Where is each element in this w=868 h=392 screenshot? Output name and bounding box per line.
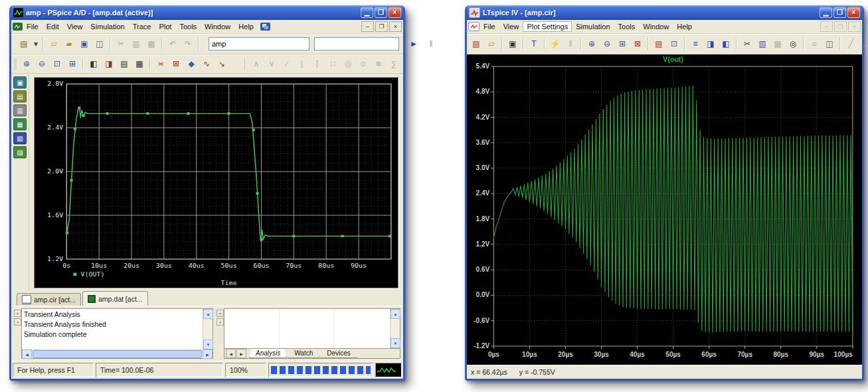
simulation-profile-combobox[interactable] — [209, 37, 309, 50]
open-icon[interactable]: ▱ — [484, 37, 499, 50]
zoom-back-icon[interactable]: ⊠ — [630, 37, 645, 50]
tab-amp-cir[interactable]: amp.cir [act... — [17, 293, 81, 306]
autorange-y-icon[interactable]: ⊡ — [667, 37, 681, 50]
run-icon[interactable]: ⚡ — [548, 37, 563, 50]
pspice-plot[interactable]: 1.2V1.6V2.0V2.4V2.8V0s10us20us30us40us50… — [35, 78, 398, 288]
vertical-scrollbar[interactable]: ▲ ▼ — [390, 309, 400, 348]
pane-expand-icon[interactable]: ▪ — [14, 318, 21, 326]
mdi-minimize-button[interactable]: – — [361, 21, 374, 32]
pane-close-icon[interactable]: × — [217, 310, 224, 317]
sine-marker-icon[interactable]: ∿ — [199, 57, 214, 70]
pspice-menu-simulation[interactable]: Simulation — [86, 21, 128, 32]
scroll-right-icon[interactable]: ▶ — [203, 349, 213, 359]
pspice-menu-edit[interactable]: Edit — [43, 21, 63, 32]
watch-tab-analysis[interactable]: Analysis — [249, 349, 287, 358]
simulation-argument-combobox[interactable] — [314, 37, 399, 50]
find-icon[interactable]: ◎ — [786, 37, 800, 50]
scroll-down-icon[interactable]: ▼ — [203, 340, 213, 349]
zoom-out-icon[interactable]: ⊖ — [600, 37, 614, 50]
view-output-file-icon[interactable]: ▥ — [13, 104, 27, 116]
watch-tab-devices[interactable]: Devices — [320, 349, 357, 358]
pspice-menu-help[interactable]: Help — [234, 21, 258, 32]
minimize-button[interactable]: ▁ — [361, 7, 373, 18]
scroll-down-icon[interactable]: ▼ — [391, 338, 400, 348]
pspice-titlebar[interactable]: amp - PSpice A/D - [amp.dat (active)] ▁ … — [11, 5, 403, 20]
zoom-fit-icon[interactable]: ⊞ — [65, 57, 80, 70]
add-plot-icon[interactable]: ▤ — [117, 57, 131, 70]
mdi-restore-button[interactable]: ❐ — [834, 21, 847, 32]
save-icon[interactable]: ▣ — [505, 37, 520, 50]
run-icon[interactable]: ► — [406, 37, 421, 50]
x-axis-settings-icon[interactable]: ⊠ — [169, 57, 183, 70]
pspice-menu-view[interactable]: View — [63, 21, 87, 32]
ltspice-menu-help[interactable]: Help — [673, 21, 696, 32]
ltspice-menu-plot-settings[interactable]: Plot Settings — [523, 21, 572, 32]
open-append-icon[interactable]: ▰ — [62, 37, 76, 50]
close-button[interactable]: × — [389, 7, 401, 18]
spice-netlist-icon[interactable]: ▤ — [651, 37, 666, 50]
ltspice-titlebar[interactable]: LTspice IV - [amp.cir] ▁ ❐ × — [467, 5, 862, 20]
scroll-up-icon[interactable]: ▲ — [391, 309, 400, 319]
pspice-menu-tools[interactable]: Tools — [175, 21, 201, 32]
watch-window-icon[interactable]: ▧ — [13, 132, 27, 144]
tab-amp-dat[interactable]: amp.dat [act... — [82, 291, 148, 306]
scrollbar-thumb[interactable] — [33, 350, 202, 358]
close-button[interactable]: × — [847, 7, 860, 18]
add-y-axis-icon[interactable]: ◨ — [102, 57, 116, 70]
zoom-in-icon[interactable]: ⊕ — [584, 37, 599, 50]
pspice-menu-trace[interactable]: Trace — [129, 21, 155, 32]
maximize-button[interactable]: ❐ — [833, 7, 846, 18]
simulation-manager-icon[interactable]: ▣ — [13, 76, 27, 88]
plot-settings-icon[interactable]: ≡ — [688, 37, 703, 50]
open-icon[interactable]: ▱ — [46, 37, 61, 50]
zoom-area-icon[interactable]: ⊡ — [50, 57, 64, 70]
view-netlist-icon[interactable]: ▤ — [13, 90, 27, 102]
cursor-arrow-icon[interactable]: ↘ — [215, 57, 229, 70]
ltspice-plot[interactable]: V(out)0µs10µs20µs30µs40µs50µs60µs70µs80µ… — [467, 54, 862, 365]
ltspice-menu-window[interactable]: Window — [639, 21, 673, 32]
control-panel-icon[interactable]: T — [527, 37, 541, 50]
schematic-pane-icon[interactable]: ◧ — [719, 37, 733, 50]
pspice-menu-plot[interactable]: Plot — [155, 21, 175, 32]
zoom-out-icon[interactable]: ⊖ — [35, 57, 49, 70]
print-icon[interactable]: ◫ — [822, 37, 837, 50]
mdi-close-button[interactable]: × — [848, 21, 861, 32]
view-results-icon[interactable]: ▦ — [13, 118, 27, 130]
toolbar-grip[interactable] — [14, 58, 17, 70]
print-icon[interactable]: ◫ — [92, 37, 107, 50]
copy-icon[interactable]: ▥ — [755, 37, 770, 50]
scroll-up-icon[interactable]: ▲ — [203, 309, 213, 319]
vertical-scrollbar[interactable]: ▲ ▼ — [203, 309, 213, 349]
mark-data-points-icon[interactable]: ≍ — [153, 57, 168, 70]
pspice-menu-window[interactable]: Window — [201, 21, 234, 32]
cut-icon[interactable]: ✂ — [740, 37, 754, 50]
tab-scroll-right-icon[interactable]: ▶ — [236, 349, 246, 358]
new-dropdown-arrow-icon[interactable]: ▾ — [32, 37, 40, 50]
tab-scroll-left-icon[interactable]: ◀ — [226, 349, 236, 358]
minimize-button[interactable]: ▁ — [820, 7, 832, 18]
ltspice-menu-file[interactable]: File — [479, 21, 499, 32]
mdi-minimize-button[interactable]: – — [820, 21, 833, 32]
save-icon[interactable]: ▣ — [77, 37, 92, 50]
pane-expand-icon[interactable]: ▪ — [217, 318, 224, 326]
plot-to-window-icon[interactable]: ◧ — [86, 57, 101, 70]
window-switch-icon[interactable] — [260, 23, 270, 31]
waveform-pane-icon[interactable]: ◨ — [703, 37, 718, 50]
watch-tab-watch[interactable]: Watch — [288, 349, 319, 358]
ltspice-menu-tools[interactable]: Tools — [614, 21, 640, 32]
horizontal-scrollbar[interactable]: ◀ ▶ — [22, 349, 213, 358]
maximize-button[interactable]: ❐ — [375, 7, 387, 18]
mdi-restore-button[interactable]: ❐ — [375, 21, 388, 32]
zoom-in-icon[interactable]: ⊕ — [19, 57, 34, 70]
device-window-icon[interactable]: ▨ — [13, 146, 27, 158]
evaluate-measurement-icon[interactable]: ◆ — [184, 57, 199, 70]
digital-display-icon[interactable]: ▦ — [132, 57, 147, 70]
new-schematic-icon[interactable]: ▤ — [469, 37, 483, 50]
ltspice-menu-simulation[interactable]: Simulation — [572, 21, 614, 32]
pspice-menu-file[interactable]: File — [23, 21, 43, 32]
new-simulation-icon[interactable]: ▤ — [17, 37, 31, 50]
zoom-full-extents-icon[interactable]: ⊞ — [615, 37, 630, 50]
pane-close-icon[interactable]: × — [14, 310, 21, 317]
copy-bitmap-icon[interactable]: ○ — [807, 37, 822, 50]
mdi-close-button[interactable]: × — [389, 21, 402, 32]
